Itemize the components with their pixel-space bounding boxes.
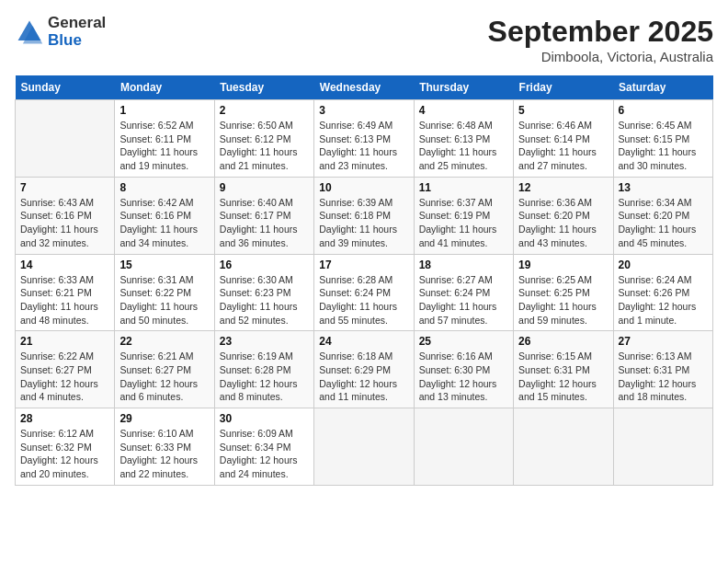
calendar-cell: 29Sunrise: 6:10 AM Sunset: 6:33 PM Dayli…: [115, 408, 214, 486]
day-info: Sunrise: 6:25 AM Sunset: 6:25 PM Dayligh…: [518, 273, 608, 327]
day-number: 18: [419, 259, 508, 271]
weekday-saturday: Saturday: [613, 75, 712, 100]
week-row-4: 21Sunrise: 6:22 AM Sunset: 6:27 PM Dayli…: [16, 331, 713, 408]
calendar-cell: 8Sunrise: 6:42 AM Sunset: 6:16 PM Daylig…: [115, 177, 214, 254]
day-info: Sunrise: 6:09 AM Sunset: 6:34 PM Dayligh…: [220, 427, 309, 481]
day-info: Sunrise: 6:36 AM Sunset: 6:20 PM Dayligh…: [518, 196, 608, 250]
day-info: Sunrise: 6:48 AM Sunset: 6:13 PM Dayligh…: [419, 119, 508, 173]
day-info: Sunrise: 6:16 AM Sunset: 6:30 PM Dayligh…: [419, 350, 508, 404]
day-info: Sunrise: 6:50 AM Sunset: 6:12 PM Dayligh…: [220, 119, 309, 173]
day-number: 1: [119, 104, 209, 117]
day-info: Sunrise: 6:28 AM Sunset: 6:24 PM Dayligh…: [319, 273, 408, 327]
calendar-cell: 1Sunrise: 6:52 AM Sunset: 6:11 PM Daylig…: [115, 100, 214, 178]
day-info: Sunrise: 6:21 AM Sunset: 6:27 PM Dayligh…: [119, 350, 209, 404]
day-number: 23: [220, 335, 309, 348]
calendar-cell: [314, 408, 414, 486]
day-number: 14: [20, 259, 109, 271]
day-number: 4: [419, 104, 508, 117]
calendar-cell: 23Sunrise: 6:19 AM Sunset: 6:28 PM Dayli…: [214, 331, 313, 408]
day-info: Sunrise: 6:19 AM Sunset: 6:28 PM Dayligh…: [220, 350, 309, 404]
day-info: Sunrise: 6:15 AM Sunset: 6:31 PM Dayligh…: [518, 350, 608, 404]
calendar-cell: 18Sunrise: 6:27 AM Sunset: 6:24 PM Dayli…: [414, 254, 513, 331]
week-row-2: 7Sunrise: 6:43 AM Sunset: 6:16 PM Daylig…: [16, 177, 713, 254]
calendar-cell: 16Sunrise: 6:30 AM Sunset: 6:23 PM Dayli…: [214, 254, 313, 331]
day-info: Sunrise: 6:49 AM Sunset: 6:13 PM Dayligh…: [319, 119, 408, 173]
day-number: 22: [119, 335, 209, 348]
day-info: Sunrise: 6:52 AM Sunset: 6:11 PM Dayligh…: [119, 119, 209, 173]
day-number: 10: [319, 181, 408, 194]
location: Dimboola, Victoria, Australia: [488, 49, 713, 64]
day-info: Sunrise: 6:39 AM Sunset: 6:18 PM Dayligh…: [319, 196, 408, 250]
day-info: Sunrise: 6:30 AM Sunset: 6:23 PM Dayligh…: [220, 273, 309, 327]
day-info: Sunrise: 6:18 AM Sunset: 6:29 PM Dayligh…: [319, 350, 408, 404]
week-row-3: 14Sunrise: 6:33 AM Sunset: 6:21 PM Dayli…: [16, 254, 713, 331]
calendar-table: SundayMondayTuesdayWednesdayThursdayFrid…: [15, 75, 713, 486]
day-number: 21: [20, 335, 109, 348]
calendar-cell: 2Sunrise: 6:50 AM Sunset: 6:12 PM Daylig…: [214, 100, 313, 178]
logo-blue: Blue: [48, 31, 82, 49]
day-number: 29: [119, 412, 209, 425]
calendar-cell: 21Sunrise: 6:22 AM Sunset: 6:27 PM Dayli…: [16, 331, 115, 408]
calendar-cell: 27Sunrise: 6:13 AM Sunset: 6:31 PM Dayli…: [613, 331, 712, 408]
day-info: Sunrise: 6:42 AM Sunset: 6:16 PM Dayligh…: [119, 196, 209, 250]
title-block: September 2025 Dimboola, Victoria, Austr…: [488, 15, 713, 64]
day-info: Sunrise: 6:40 AM Sunset: 6:17 PM Dayligh…: [220, 196, 309, 250]
calendar-cell: 19Sunrise: 6:25 AM Sunset: 6:25 PM Dayli…: [514, 254, 613, 331]
calendar-cell: 20Sunrise: 6:24 AM Sunset: 6:26 PM Dayli…: [613, 254, 712, 331]
calendar-cell: [414, 408, 513, 486]
calendar-cell: [16, 100, 115, 178]
day-info: Sunrise: 6:37 AM Sunset: 6:19 PM Dayligh…: [419, 196, 508, 250]
calendar-cell: 28Sunrise: 6:12 AM Sunset: 6:32 PM Dayli…: [16, 408, 115, 486]
weekday-tuesday: Tuesday: [214, 75, 313, 100]
calendar-cell: 25Sunrise: 6:16 AM Sunset: 6:30 PM Dayli…: [414, 331, 513, 408]
calendar-cell: 6Sunrise: 6:45 AM Sunset: 6:15 PM Daylig…: [613, 100, 712, 178]
day-number: 28: [20, 412, 109, 425]
day-number: 15: [119, 259, 209, 271]
calendar-cell: 14Sunrise: 6:33 AM Sunset: 6:21 PM Dayli…: [16, 254, 115, 331]
calendar-cell: 10Sunrise: 6:39 AM Sunset: 6:18 PM Dayli…: [314, 177, 414, 254]
day-info: Sunrise: 6:31 AM Sunset: 6:22 PM Dayligh…: [119, 273, 209, 327]
calendar-cell: 15Sunrise: 6:31 AM Sunset: 6:22 PM Dayli…: [115, 254, 214, 331]
weekday-monday: Monday: [115, 75, 214, 100]
day-number: 8: [119, 181, 209, 194]
day-number: 9: [220, 181, 309, 194]
calendar-cell: 7Sunrise: 6:43 AM Sunset: 6:16 PM Daylig…: [16, 177, 115, 254]
month-title: September 2025: [488, 15, 713, 49]
weekday-wednesday: Wednesday: [314, 75, 414, 100]
page-header: General Blue September 2025 Dimboola, Vi…: [15, 15, 713, 64]
day-number: 2: [220, 104, 309, 117]
calendar-cell: 26Sunrise: 6:15 AM Sunset: 6:31 PM Dayli…: [514, 331, 613, 408]
calendar-cell: 17Sunrise: 6:28 AM Sunset: 6:24 PM Dayli…: [314, 254, 414, 331]
day-number: 26: [518, 335, 608, 348]
day-info: Sunrise: 6:13 AM Sunset: 6:31 PM Dayligh…: [619, 350, 708, 404]
weekday-header-row: SundayMondayTuesdayWednesdayThursdayFrid…: [16, 75, 713, 100]
calendar-cell: [613, 408, 712, 486]
day-number: 16: [220, 259, 309, 271]
day-number: 17: [319, 259, 408, 271]
day-info: Sunrise: 6:10 AM Sunset: 6:33 PM Dayligh…: [119, 427, 209, 481]
day-number: 19: [518, 259, 608, 271]
day-number: 27: [619, 335, 708, 348]
day-info: Sunrise: 6:34 AM Sunset: 6:20 PM Dayligh…: [619, 196, 708, 250]
logo: General Blue: [15, 15, 106, 49]
logo-icon: [15, 17, 44, 47]
day-number: 12: [518, 181, 608, 194]
day-number: 7: [20, 181, 109, 194]
day-number: 30: [220, 412, 309, 425]
weekday-thursday: Thursday: [414, 75, 513, 100]
calendar-cell: 24Sunrise: 6:18 AM Sunset: 6:29 PM Dayli…: [314, 331, 414, 408]
week-row-1: 1Sunrise: 6:52 AM Sunset: 6:11 PM Daylig…: [16, 100, 713, 178]
day-number: 6: [619, 104, 708, 117]
calendar-cell: 3Sunrise: 6:49 AM Sunset: 6:13 PM Daylig…: [314, 100, 414, 178]
calendar-cell: 13Sunrise: 6:34 AM Sunset: 6:20 PM Dayli…: [613, 177, 712, 254]
calendar-cell: 30Sunrise: 6:09 AM Sunset: 6:34 PM Dayli…: [214, 408, 313, 486]
calendar-cell: [514, 408, 613, 486]
calendar-cell: 22Sunrise: 6:21 AM Sunset: 6:27 PM Dayli…: [115, 331, 214, 408]
weekday-friday: Friday: [514, 75, 613, 100]
week-row-5: 28Sunrise: 6:12 AM Sunset: 6:32 PM Dayli…: [16, 408, 713, 486]
day-number: 24: [319, 335, 408, 348]
calendar-cell: 11Sunrise: 6:37 AM Sunset: 6:19 PM Dayli…: [414, 177, 513, 254]
calendar-cell: 9Sunrise: 6:40 AM Sunset: 6:17 PM Daylig…: [214, 177, 313, 254]
day-info: Sunrise: 6:24 AM Sunset: 6:26 PM Dayligh…: [619, 273, 708, 327]
day-number: 3: [319, 104, 408, 117]
